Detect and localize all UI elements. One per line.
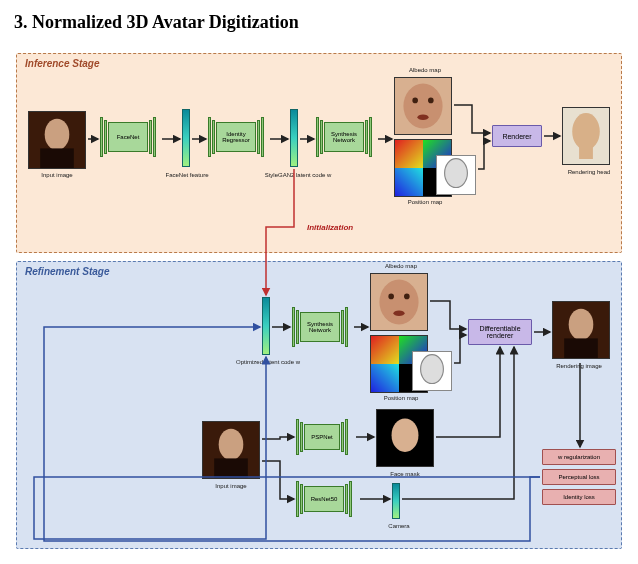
svg-point-13 bbox=[404, 294, 410, 300]
optimized-latent-bar bbox=[262, 297, 270, 355]
svg-rect-10 bbox=[579, 145, 593, 159]
facenet-block: FaceNet bbox=[100, 117, 156, 157]
position-map-2-caption: Position map bbox=[366, 395, 436, 401]
renderer-box: Renderer bbox=[492, 125, 542, 147]
identity-loss-box: Identity loss bbox=[542, 489, 616, 505]
albedo-map-2 bbox=[370, 273, 428, 331]
facenet-feature-caption: FaceNet feature bbox=[152, 172, 222, 178]
svg-point-14 bbox=[393, 310, 404, 316]
svg-point-3 bbox=[403, 84, 442, 129]
identity-regressor-block: Identity Regressor bbox=[208, 117, 264, 157]
svg-point-18 bbox=[569, 309, 594, 340]
svg-rect-22 bbox=[214, 458, 248, 478]
facenet-feature-bar bbox=[182, 109, 190, 167]
input-image-1-caption: Input image bbox=[22, 172, 92, 178]
inference-stage-label: Inference Stage bbox=[25, 58, 99, 69]
svg-point-4 bbox=[412, 98, 418, 104]
pspnet-block: PSPNet bbox=[296, 419, 348, 455]
input-image-2 bbox=[202, 421, 260, 479]
input-image-2-caption: Input image bbox=[196, 483, 266, 489]
svg-point-24 bbox=[392, 418, 419, 452]
rendering-image-caption: Rendering image bbox=[544, 363, 614, 369]
rendering-head bbox=[562, 107, 610, 165]
svg-point-5 bbox=[428, 98, 434, 104]
stylegan-latent-bar bbox=[290, 109, 298, 167]
face-mask-caption: Face mask bbox=[370, 471, 440, 477]
perceptual-loss-box: Perceptual loss bbox=[542, 469, 616, 485]
diff-renderer-box: Differentiable renderer bbox=[468, 319, 532, 345]
face-mask bbox=[376, 409, 434, 467]
synthesis-network-2-block: Synthesis Network bbox=[292, 307, 348, 347]
optimized-latent-caption: Optimized latent code w bbox=[228, 359, 308, 365]
svg-point-1 bbox=[45, 119, 70, 150]
svg-rect-19 bbox=[564, 338, 598, 358]
w-regularization-box: w regularization bbox=[542, 449, 616, 465]
head-3d-1 bbox=[436, 155, 476, 195]
pipeline-diagram: Inference Stage Refinement Stage Input i… bbox=[14, 51, 624, 551]
refinement-stage-label: Refinement Stage bbox=[25, 266, 109, 277]
section-heading: 3. Normalized 3D Avatar Digitization bbox=[14, 12, 624, 33]
resnet50-block: ResNet50 bbox=[296, 481, 352, 517]
svg-point-21 bbox=[219, 429, 244, 460]
svg-point-9 bbox=[572, 113, 600, 150]
svg-point-6 bbox=[417, 114, 428, 120]
synthesis-network-1-block: Synthesis Network bbox=[316, 117, 372, 157]
albedo-map-1-caption: Albedo map bbox=[390, 67, 460, 73]
albedo-map-2-caption: Albedo map bbox=[366, 263, 436, 269]
stylegan-latent-caption: StyleGAN2 latent code w bbox=[258, 172, 338, 178]
input-image-1 bbox=[28, 111, 86, 169]
rendering-image bbox=[552, 301, 610, 359]
head-3d-2 bbox=[412, 351, 452, 391]
svg-point-12 bbox=[388, 294, 394, 300]
svg-rect-2 bbox=[40, 148, 74, 168]
camera-feature-bar bbox=[392, 483, 400, 519]
albedo-map-1 bbox=[394, 77, 452, 135]
svg-point-11 bbox=[379, 280, 418, 325]
rendering-head-caption: Rendering head bbox=[554, 169, 624, 175]
position-map-1-caption: Position map bbox=[390, 199, 460, 205]
camera-caption: Camera bbox=[364, 523, 434, 529]
initialization-label: Initialization bbox=[307, 223, 353, 232]
